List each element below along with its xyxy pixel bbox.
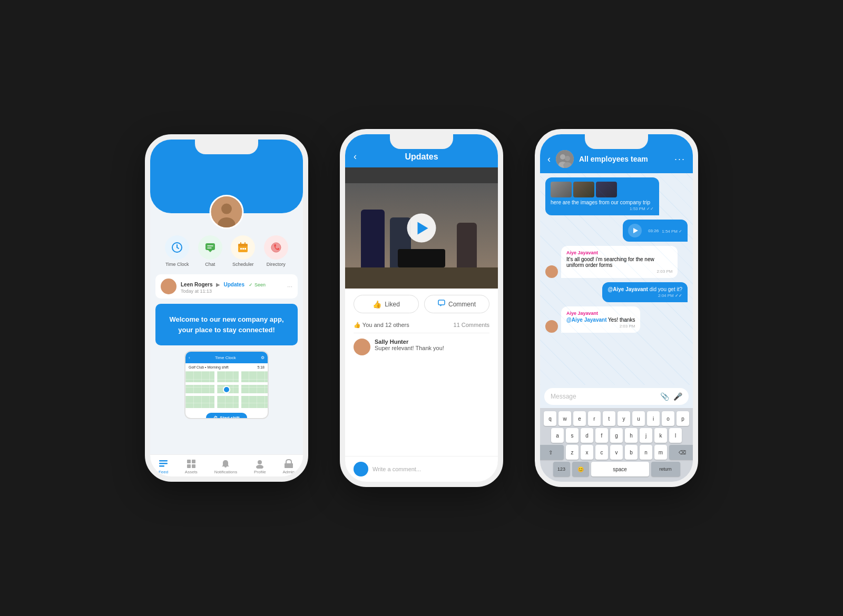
p3-message-input[interactable]: Message 📎 🎤 — [544, 388, 689, 405]
p2-comment-item: Sally Hunter Super relevant! Thank you! — [354, 339, 489, 355]
p2-comment-btn[interactable]: Comment — [424, 295, 489, 313]
kb-l[interactable]: l — [669, 428, 682, 443]
p1-icon-scheduler[interactable]: Scheduler — [231, 235, 255, 267]
kb-w[interactable]: w — [558, 411, 571, 426]
p3-messages: here are the images from our company tri… — [540, 173, 693, 385]
kb-return[interactable]: return — [651, 462, 680, 476]
svg-rect-19 — [159, 463, 168, 464]
p1-welcome-banner: Welcome to our new company app, your pla… — [155, 304, 298, 345]
p1-start-shift-btn[interactable]: ⏱ Start shift — [206, 413, 247, 420]
kb-n[interactable]: n — [640, 445, 652, 460]
p2-comment-label: Comment — [448, 301, 476, 308]
p1-mini-location: Golf Club • Morning shift — [189, 365, 229, 369]
p3-group-avatar — [556, 150, 574, 168]
play-triangle-icon — [417, 222, 428, 234]
p2-write-comment-row: Write a comment... — [345, 456, 498, 482]
kb-emoji[interactable]: 😊 — [572, 462, 589, 476]
kb-backspace[interactable]: ⌫ — [669, 445, 695, 460]
kb-q[interactable]: q — [544, 411, 556, 426]
kb-space[interactable]: space — [591, 462, 649, 476]
p1-post-arrow: ▶ — [216, 282, 220, 287]
kb-f[interactable]: f — [595, 428, 608, 443]
p3-msg-text-1: here are the images from our company tri… — [551, 200, 654, 205]
p2-video-container[interactable] — [345, 167, 498, 289]
p3-recv-text-2: @Aiye Jayavant Yes! thanks — [566, 317, 635, 323]
kb-c[interactable]: c — [595, 445, 608, 460]
kb-d[interactable]: d — [581, 428, 593, 443]
p3-back-btn[interactable]: ‹ — [547, 154, 551, 165]
p2-actions: 👍 Liked Comment — [345, 289, 498, 320]
p3-mic-icon[interactable]: 🎤 — [673, 392, 682, 401]
p3-attach-icon[interactable]: 📎 — [660, 392, 669, 401]
p1-post-card[interactable]: Leen Rogers ▶ Updates ✓ Seen Today at 11… — [155, 274, 298, 299]
kb-y[interactable]: y — [617, 411, 630, 426]
kb-j[interactable]: j — [640, 428, 652, 443]
p3-audio-play-btn[interactable] — [628, 224, 642, 237]
kb-123[interactable]: 123 — [553, 462, 570, 476]
kb-z[interactable]: z — [566, 445, 579, 460]
p3-sent-images-bubble: here are the images from our company tri… — [545, 177, 659, 215]
comment-icon — [438, 300, 445, 309]
kb-r[interactable]: r — [588, 411, 601, 426]
p1-nav-notifications[interactable]: Notifications — [214, 459, 238, 474]
p3-recv-avatar-1 — [545, 265, 558, 278]
phone-1: Time Clock Chat — [145, 134, 308, 482]
p1-start-label: Start shift — [220, 415, 239, 420]
p1-post-info: Leen Rogers ▶ Updates ✓ Seen Today at 11… — [181, 279, 283, 294]
kb-x[interactable]: x — [581, 445, 593, 460]
p1-nav-admin[interactable]: Admin — [282, 459, 295, 474]
p3-msg-time-1: 1:53 PM ✓✓ — [551, 206, 654, 211]
p2-title: Updates — [405, 152, 438, 162]
p1-nav-profile[interactable]: Profile — [254, 459, 266, 474]
p1-post-dots[interactable]: ··· — [287, 283, 292, 290]
kb-a[interactable]: a — [551, 428, 564, 443]
svg-rect-11 — [238, 244, 248, 246]
svg-rect-21 — [187, 460, 191, 463]
p1-scheduler-label: Scheduler — [232, 262, 254, 267]
kb-m[interactable]: m — [654, 445, 667, 460]
kb-s[interactable]: s — [566, 428, 579, 443]
kb-t[interactable]: t — [603, 411, 615, 426]
p1-nav-notifications-label: Notifications — [214, 470, 238, 474]
p2-back-btn[interactable]: ‹ — [354, 151, 357, 162]
p1-nav-assets[interactable]: Assets — [185, 459, 198, 474]
svg-point-1 — [221, 204, 232, 214]
kb-o[interactable]: o — [662, 411, 674, 426]
p1-nav-profile-label: Profile — [254, 470, 266, 474]
kb-i[interactable]: i — [647, 411, 660, 426]
kb-h[interactable]: h — [625, 428, 638, 443]
kb-p[interactable]: p — [677, 411, 689, 426]
svg-rect-18 — [159, 460, 168, 462]
kb-u[interactable]: u — [632, 411, 645, 426]
p3-recv-avatar-2 — [545, 320, 558, 333]
p3-recv-bubble-1: Aiye Jayavant It's all good! i'm searchi… — [561, 246, 678, 278]
p2-liked-btn[interactable]: 👍 Liked — [354, 295, 419, 313]
p1-bottom-nav: Feed Assets Notificati — [150, 454, 303, 476]
p1-nav-feed[interactable]: Feed — [159, 459, 168, 474]
p3-image-thumbnails — [551, 182, 654, 197]
p3-recv-text-2-rest: Yes! thanks — [608, 317, 635, 323]
svg-marker-7 — [208, 250, 212, 252]
p3-more-btn[interactable]: ··· — [674, 154, 685, 165]
p1-icon-timeclock[interactable]: Time Clock — [165, 235, 189, 267]
kb-shift[interactable]: ⇧ — [537, 445, 564, 460]
kb-v[interactable]: v — [610, 445, 623, 460]
p3-input-placeholder[interactable]: Message — [551, 393, 660, 400]
p2-comment-text: Super relevant! Thank you! — [375, 345, 444, 351]
p1-icon-chat[interactable]: Chat — [198, 235, 222, 267]
kb-e[interactable]: e — [573, 411, 586, 426]
p1-avatar — [210, 195, 244, 229]
p1-icon-directory[interactable]: Directory — [264, 235, 288, 267]
kb-k[interactable]: k — [654, 428, 667, 443]
p1-directory-label: Directory — [267, 262, 286, 267]
figure-1 — [361, 210, 385, 267]
p2-play-button[interactable] — [407, 214, 436, 243]
p2-liked-label: Liked — [385, 301, 400, 308]
kb-g[interactable]: g — [610, 428, 623, 443]
svg-rect-16 — [244, 248, 246, 250]
p1-mini-header: ‹ Time Clock ⚙ — [185, 352, 268, 363]
p2-write-input[interactable]: Write a comment... — [373, 466, 489, 472]
kb-b[interactable]: b — [625, 445, 638, 460]
p1-nav-assets-label: Assets — [185, 470, 198, 474]
p1-mini-phone: ‹ Time Clock ⚙ Golf Club • Morning shift… — [184, 351, 269, 419]
